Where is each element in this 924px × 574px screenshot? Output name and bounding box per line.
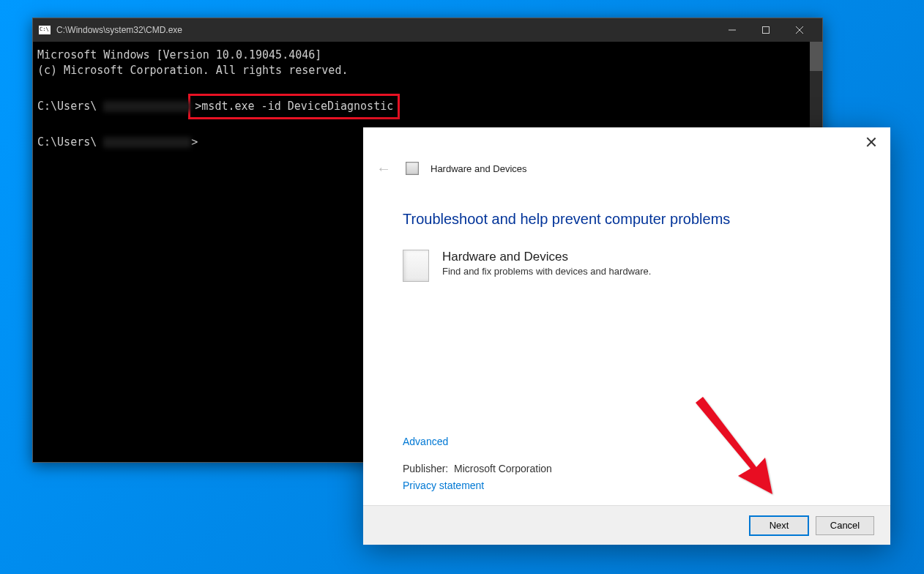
hardware-icon xyxy=(406,162,419,175)
cmd-icon xyxy=(39,26,51,34)
cmd-prompt-char: > xyxy=(195,100,201,113)
back-arrow-icon: ← xyxy=(373,157,394,180)
cmd-titlebar[interactable]: C:\Windows\system32\CMD.exe xyxy=(33,18,822,42)
cmd-window-title: C:\Windows\system32\CMD.exe xyxy=(56,25,715,35)
cmd-output-line: (c) Microsoft Corporation. All rights re… xyxy=(37,63,818,78)
dialog-footer: Next Cancel xyxy=(363,505,890,545)
cmd-scrollbar-thumb[interactable] xyxy=(810,42,822,71)
device-icon xyxy=(403,250,429,282)
dialog-header-title: Hardware and Devices xyxy=(431,163,527,174)
minimize-button[interactable] xyxy=(715,18,749,42)
cmd-prompt-char: > xyxy=(191,135,198,149)
dialog-bottom-section: Advanced Publisher: Microsoft Corporatio… xyxy=(363,435,890,505)
svg-rect-1 xyxy=(763,27,770,34)
cmd-prompt-prefix: C:\Users\ xyxy=(37,100,97,113)
privacy-link[interactable]: Privacy statement xyxy=(403,480,484,491)
cancel-button[interactable]: Cancel xyxy=(816,516,874,535)
maximize-button[interactable] xyxy=(749,18,783,42)
publisher-label: Publisher: xyxy=(403,463,448,474)
publisher-value: Microsoft Corporation xyxy=(454,463,552,474)
dialog-content: Troubleshoot and help prevent computer p… xyxy=(363,180,890,435)
next-button[interactable]: Next xyxy=(750,516,808,535)
item-description: Find and fix problems with devices and h… xyxy=(442,266,651,277)
publisher-line: Publisher: Microsoft Corporation xyxy=(403,463,851,474)
troubleshooter-item: Hardware and Devices Find and fix proble… xyxy=(403,250,851,282)
cmd-command-text: msdt.exe -id DeviceDiagnostic xyxy=(201,100,393,113)
troubleshooter-dialog: ← Hardware and Devices Troubleshoot and … xyxy=(363,127,890,545)
cmd-output-line: Microsoft Windows [Version 10.0.19045.40… xyxy=(37,48,818,63)
cmd-prompt-line: C:\Users\ >msdt.exe -id DeviceDiagnostic xyxy=(37,94,818,119)
redacted-username xyxy=(103,137,191,148)
advanced-link[interactable]: Advanced xyxy=(403,436,448,447)
highlighted-command: >msdt.exe -id DeviceDiagnostic xyxy=(188,94,400,119)
dialog-close-button[interactable] xyxy=(865,136,877,148)
cmd-prompt-prefix: C:\Users\ xyxy=(37,135,97,149)
dialog-header: ← Hardware and Devices xyxy=(363,157,890,180)
item-title: Hardware and Devices xyxy=(442,250,651,264)
redacted-username xyxy=(103,101,191,112)
cmd-blank-line xyxy=(37,78,818,94)
close-button[interactable] xyxy=(783,18,816,42)
dialog-title: Troubleshoot and help prevent computer p… xyxy=(403,211,851,228)
